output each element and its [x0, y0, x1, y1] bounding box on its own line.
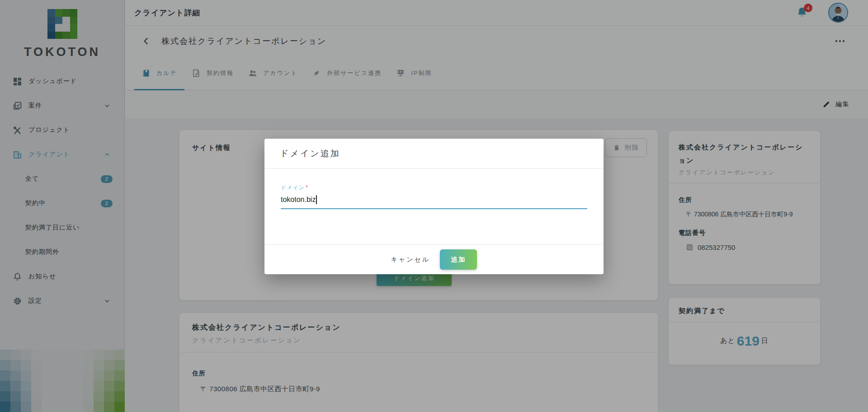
modal-footer: キャンセル 追加 — [264, 244, 604, 274]
text-caret — [316, 195, 317, 204]
domain-field: ドメイン* tokoton.biz — [281, 183, 587, 209]
domain-input[interactable]: tokoton.biz — [281, 195, 587, 209]
modal-body: ドメイン* tokoton.biz — [264, 169, 604, 209]
app-root: TOKOTON ダッシュボード 案件 — [0, 0, 868, 412]
add-domain-modal: ドメイン追加 ドメイン* tokoton.biz キャンセル 追加 — [264, 139, 604, 274]
domain-field-label: ドメイン — [281, 184, 305, 191]
modal-header: ドメイン追加 — [264, 139, 604, 169]
modal-title: ドメイン追加 — [280, 148, 340, 159]
add-button[interactable]: 追加 — [440, 249, 477, 270]
required-asterisk: * — [306, 184, 308, 191]
cancel-button[interactable]: キャンセル — [391, 256, 430, 264]
domain-input-value: tokoton.biz — [281, 196, 316, 204]
